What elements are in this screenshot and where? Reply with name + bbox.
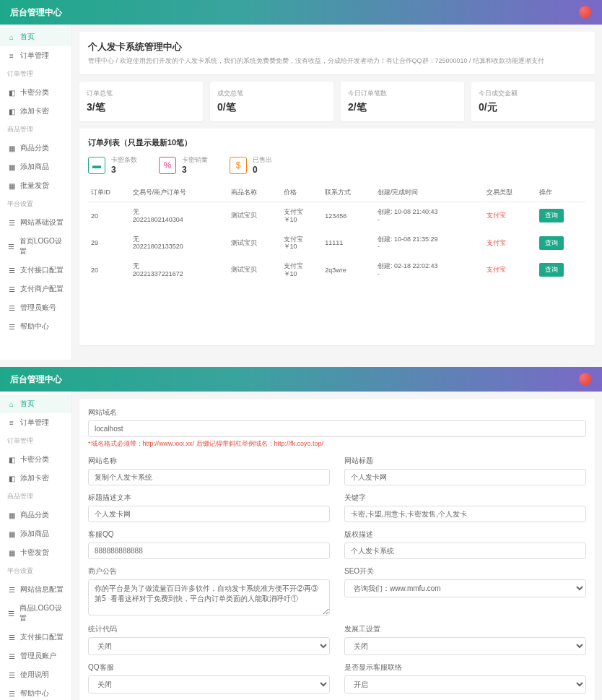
sidebar-item[interactable]: ◧卡密分类 [0,83,71,102]
query-button[interactable]: 查询 [539,209,564,222]
sidebar-item-label: 网站信息配置 [20,584,64,595]
mini-label: 已售出 [253,155,272,165]
menu-icon: ▦ [7,511,16,519]
sidebar-item[interactable]: ≡订单管理 [0,46,71,65]
sidebar-item[interactable]: ☰支付商户配置 [0,280,71,298]
sidebar-item[interactable]: ☰帮助中心 [0,317,71,336]
mini-icon: $ [230,157,247,174]
sidebar-item-label: 首页LOGO设置 [19,236,64,256]
sidebar-item[interactable]: ☰商品LOGO设置 [0,599,71,628]
query-button[interactable]: 查询 [539,236,564,250]
cell-price: 支付宝￥10 [281,202,323,230]
sidebar-item[interactable]: ▦添加商品 [0,524,71,543]
sidebar-item[interactable]: ☰网站基础设置 [0,213,71,232]
copy-input[interactable] [344,543,586,559]
sidebar-item[interactable]: ☰管理员账号 [0,298,71,317]
sidebar-item[interactable]: ≡订单管理 [0,413,71,432]
sidebar-item[interactable]: ◧卡密分类 [0,450,71,469]
menu-icon: ▦ [7,530,16,538]
sidebar-item[interactable]: ⌂首页 [0,394,71,413]
sidebar-item-label: 首页 [20,399,35,409]
table-header: 价格 [281,183,323,202]
sidebar-item[interactable]: ◧添加卡密 [0,469,71,488]
cell-trade: 无20221802140304 [130,202,228,230]
avatar[interactable] [579,6,592,19]
seo-select[interactable]: 咨询我们：www.mmfu.com [344,579,586,597]
menu-icon: ⌂ [7,33,16,41]
sidebar-item[interactable]: ☰支付接口配置 [0,261,71,280]
sort-select[interactable]: 关闭 [88,637,330,655]
table-header: 交易号/商户订单号 [130,183,228,202]
sidebar-section: 订单管理 [0,432,71,450]
sidebar-item[interactable]: ☰网站信息配置 [0,580,71,599]
stat-card: 订单总笔3/笔 [79,82,203,121]
kefu-select[interactable]: 关闭 [344,637,586,655]
cell-goods: 测试宝贝 [228,256,281,284]
sidebar-item[interactable]: ▦商品分类 [0,139,71,157]
menu-icon: ◧ [7,107,16,116]
menu-icon: ☰ [7,585,16,594]
menu-icon: ▦ [7,181,16,190]
sidebar-item-label: 首页 [20,32,35,42]
sidebar-item[interactable]: ▦批量发货 [0,176,71,195]
switch-select[interactable]: 关闭 [88,675,330,693]
sidebar-section: 平台设置 [0,562,71,580]
sidebar-item-label: 商品分类 [20,510,49,520]
sidebar-item[interactable]: ⌂首页 [0,27,71,46]
sort-label: 统计代码 [88,624,330,634]
cell-trade: 无20221802133520 [130,230,228,257]
title-input[interactable] [344,469,586,485]
sidebar-section: 商品管理 [0,121,71,139]
sidebar-item[interactable]: ☰使用说明 [0,665,71,684]
page-title: 个人发卡系统管理中心 [88,40,586,53]
sidebar-item[interactable]: ◧添加卡密 [0,102,71,121]
menu-icon: ☰ [7,652,16,660]
sidebar-item-label: 添加卡密 [20,106,49,116]
sidebar-item-label: 添加商品 [20,529,49,539]
breadcrumb: 管理中心 / 欢迎使用您们开发的个人发卡系统，我们的系统免费费免费，没有收益，分… [88,56,586,66]
sidebar-section: 商品管理 [0,488,71,506]
query-button[interactable]: 查询 [539,263,564,277]
avatar[interactable] [579,373,592,386]
sidebar-item[interactable]: ▦商品分类 [0,506,71,524]
mini-value: 3 [182,165,208,175]
sidebar-item-label: 支付接口配置 [20,265,64,275]
mini-value: 0 [253,165,272,175]
desc-input[interactable] [88,506,330,522]
stat-card: 今日成交金额0/元 [471,82,595,121]
menu-icon: ☰ [7,303,16,312]
sidebar: ⌂首页≡订单管理订单管理◧卡密分类◧添加卡密商品管理▦商品分类▦添加商品▦卡密发… [0,392,72,700]
sidebar-item-label: 卡密分类 [20,454,49,464]
mini-icon: ▬ [88,157,105,174]
mini-stat: ▬卡密条数3 [88,155,137,175]
order-table: 订单ID交易号/商户订单号商品名称价格联系方式创建/完成时间交易类型操作 20 … [88,183,586,284]
qq-input[interactable] [88,543,330,559]
cell-id: 20 [88,202,130,230]
sidebar-item[interactable]: ☰支付接口配置 [0,628,71,647]
keywords-input[interactable] [344,506,586,522]
domain-input[interactable] [88,420,586,437]
kefu-label: 发展工设置 [344,624,586,634]
sidebar-item[interactable]: ☰管理员账户 [0,647,71,665]
notice-textarea[interactable]: 你的平台是为了做流量百日许多软件，自动发卡系统准方便不开②再③ 第5 看看这样对… [88,579,330,615]
cell-time: 创建: 10-08 21:40:43- [375,202,484,230]
menu-icon: ▦ [7,163,16,171]
header-title: 后台管理中心 [10,373,62,386]
sidebar-item-label: 添加卡密 [20,473,49,483]
qqshow-select[interactable]: 开启 [344,675,586,693]
table-header: 交易类型 [484,183,536,202]
name-label: 网站名称 [88,456,330,466]
sidebar-item-label: 商品分类 [20,143,49,153]
table-header: 创建/完成时间 [375,183,484,202]
menu-icon: ▦ [7,548,16,557]
sidebar-item[interactable]: ▦卡密发货 [0,543,71,562]
sidebar-item[interactable]: ☰帮助中心 [0,684,71,700]
sidebar-item[interactable]: ☰首页LOGO设置 [0,232,71,261]
mini-value: 3 [111,165,137,175]
sidebar-item[interactable]: ▦添加商品 [0,157,71,176]
name-input[interactable] [88,469,330,485]
switch-label: QQ客服 [88,662,330,673]
sidebar-item-label: 支付接口配置 [20,632,64,642]
sidebar-item-label: 使用说明 [20,670,49,680]
stat-label: 今日成交金额 [479,89,588,98]
